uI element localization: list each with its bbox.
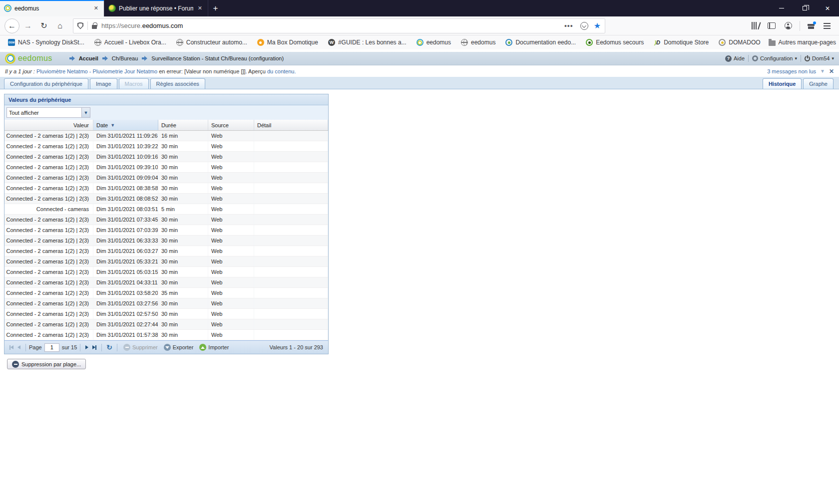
breadcrumb-item[interactable]: Ch/Bureau	[112, 55, 138, 61]
cell-date: Dim 31/01/2021 03:58:20	[93, 288, 158, 298]
table-row[interactable]: Connected - 2 cameras 1(2) | 2(3) Dim 31…	[4, 330, 328, 340]
bookmark-item[interactable]: eedomus	[457, 37, 499, 47]
next-page-button[interactable]	[85, 345, 88, 349]
user-menu[interactable]: Dom54 ▾	[805, 55, 834, 61]
eedomus-logo[interactable]: eedomus	[5, 53, 52, 64]
bookmark-item[interactable]: Ma Box Domotique	[253, 37, 322, 47]
account-icon[interactable]	[785, 22, 792, 29]
bookmark-item[interactable]: #GUIDE : Les bonnes a...	[324, 37, 411, 47]
bookmark-label: #GUIDE : Les bonnes a...	[338, 39, 407, 46]
home-button[interactable]: ⌂	[52, 18, 68, 33]
app-tab[interactable]: Règles associées	[150, 78, 205, 89]
table-row[interactable]: Connected - 2 cameras 1(2) | 2(3) Dim 31…	[4, 225, 328, 236]
lock-icon[interactable]	[92, 25, 97, 29]
table-row[interactable]: Connected - 2 cameras 1(2) | 2(3) Dim 31…	[4, 152, 328, 162]
back-button[interactable]: ←	[4, 18, 20, 33]
close-notification-icon[interactable]: ✕	[829, 68, 834, 75]
menu-hamburger-icon[interactable]	[824, 23, 831, 29]
bookmark-item[interactable]: DOMADOO	[715, 37, 764, 47]
cell-date: Dim 31/01/2021 06:33:33	[93, 236, 158, 246]
page-actions-icon[interactable]: •••	[564, 22, 573, 30]
table-row[interactable]: Connected - 2 cameras 1(2) | 2(3) Dim 31…	[4, 309, 328, 319]
cell-detail	[254, 225, 328, 235]
sort-desc-icon: ▼	[110, 123, 115, 128]
table-row[interactable]: Connected - 2 cameras 1(2) | 2(3) Dim 31…	[4, 141, 328, 152]
table-row[interactable]: Connected - 2 cameras 1(2) | 2(3) Dim 31…	[4, 298, 328, 309]
cell-detail	[254, 288, 328, 298]
browser-tab-forum[interactable]: Publier une réponse • Forum ee ✕	[104, 0, 208, 16]
column-header-valeur[interactable]: Valeur	[4, 120, 93, 130]
forward-button[interactable]: →	[20, 18, 36, 33]
table-row[interactable]: Connected - 2 cameras 1(2) | 2(3) Dim 31…	[4, 277, 328, 288]
export-button[interactable]: Exporter	[164, 344, 194, 351]
column-header-duree[interactable]: Durée	[158, 120, 208, 130]
refresh-icon[interactable]: ↻	[106, 343, 112, 351]
app-tab[interactable]: Macros	[119, 78, 149, 89]
last-page-button[interactable]	[92, 345, 96, 350]
table-row[interactable]: Connected - 2 cameras 1(2) | 2(3) Dim 31…	[4, 267, 328, 277]
cell-valeur: Connected - 2 cameras 1(2) | 2(3)	[4, 309, 93, 319]
bookmark-item[interactable]: Constructeur automo...	[172, 37, 251, 47]
table-row[interactable]: Connected - 2 cameras 1(2) | 2(3) Dim 31…	[4, 215, 328, 225]
tab-close-icon[interactable]: ✕	[196, 4, 204, 12]
tracking-shield-icon[interactable]	[77, 22, 83, 29]
range-delete-button[interactable]: Suppression par plage...	[7, 359, 86, 369]
table-row[interactable]: Connected - 2 cameras 1(2) | 2(3) Dim 31…	[4, 173, 328, 183]
column-header-detail[interactable]: Détail	[254, 120, 328, 130]
configuration-menu[interactable]: Configuration ▾	[752, 55, 797, 61]
cell-source: Web	[208, 225, 254, 235]
bookmark-item[interactable]: eedomus	[413, 37, 455, 47]
filter-combobox[interactable]: Tout afficher ▼	[6, 107, 90, 118]
table-row[interactable]: Connected - 2 cameras 1(2) | 2(3) Dim 31…	[4, 246, 328, 256]
bookmark-item[interactable]: NAS - Synology DiskSt...	[4, 37, 88, 47]
new-tab-button[interactable]: +	[208, 0, 223, 16]
import-button[interactable]: Importer	[199, 344, 229, 351]
help-menu[interactable]: ? Aide	[725, 55, 745, 62]
table-row[interactable]: Connected - 2 cameras 1(2) | 2(3) Dim 31…	[4, 256, 328, 267]
table-row[interactable]: Connected - 2 cameras 1(2) | 2(3) Dim 31…	[4, 131, 328, 141]
cell-valeur: Connected - cameras	[4, 204, 93, 214]
table-row[interactable]: Connected - 2 cameras 1(2) | 2(3) Dim 31…	[4, 162, 328, 173]
table-row[interactable]: Connected - 2 cameras 1(2) | 2(3) Dim 31…	[4, 236, 328, 246]
table-row[interactable]: Connected - 2 cameras 1(2) | 2(3) Dim 31…	[4, 288, 328, 298]
table-row[interactable]: Connected - 2 cameras 1(2) | 2(3) Dim 31…	[4, 194, 328, 204]
reload-button[interactable]: ↻	[36, 18, 52, 33]
whats-new-gift-icon[interactable]	[808, 22, 815, 29]
url-bar[interactable]: https://secure.eedomus.com ••• ★	[73, 18, 605, 33]
chevron-down-icon[interactable]: ▼	[81, 108, 90, 117]
cell-source: Web	[208, 267, 254, 277]
minimize-button[interactable]	[770, 0, 793, 16]
column-header-source[interactable]: Source	[208, 120, 254, 130]
app-tab[interactable]: Configuration du périphérique	[4, 78, 88, 89]
sidebar-icon[interactable]	[768, 22, 776, 29]
bookmark-item[interactable]: Accueil - Livebox Ora...	[90, 37, 170, 47]
notification-device-link[interactable]: Pluviomètre Netatmo - Pluviometrie Jour …	[36, 68, 157, 74]
chevron-down-icon[interactable]: ▼	[820, 68, 825, 74]
table-row[interactable]: Connected - 2 cameras 1(2) | 2(3) Dim 31…	[4, 183, 328, 194]
unread-messages-link[interactable]: 3 messages non lus	[767, 68, 816, 74]
close-button[interactable]: ✕	[816, 0, 839, 16]
other-bookmarks-button[interactable]: Autres marque-pages	[765, 37, 839, 47]
breadcrumb-item[interactable]: Surveillance Station - Statut Ch/Bureau …	[151, 55, 284, 61]
library-icon[interactable]	[752, 22, 759, 29]
app-tab[interactable]: Historique	[763, 78, 802, 89]
column-header-date[interactable]: Date▼	[93, 120, 158, 130]
browser-tab-eedomus[interactable]: eedomus ✕	[0, 0, 104, 16]
breadcrumb-item[interactable]: Accueil	[79, 55, 98, 61]
bookmark-item[interactable]: Documentation eedo...	[501, 37, 580, 47]
page-number-input[interactable]	[44, 343, 59, 352]
other-bookmarks-label: Autres marque-pages	[779, 39, 836, 46]
notification-content-link[interactable]: du contenu.	[267, 68, 296, 74]
bookmark-item[interactable]: Eedomus secours	[582, 37, 648, 47]
table-row[interactable]: Connected - 2 cameras 1(2) | 2(3) Dim 31…	[4, 319, 328, 330]
table-row[interactable]: Connected - cameras Dim 31/01/2021 08:03…	[4, 204, 328, 215]
pocket-icon[interactable]	[580, 22, 588, 30]
tab-close-icon[interactable]: ✕	[92, 4, 100, 12]
restore-button[interactable]	[793, 0, 816, 16]
bookmark-star-icon[interactable]: ★	[594, 21, 601, 30]
bookmark-item[interactable]: Domotique Store	[650, 37, 713, 47]
app-tab[interactable]: Graphe	[803, 78, 834, 89]
app-tab[interactable]: Image	[90, 78, 117, 89]
main-content: Valeurs du périphérique Tout afficher ▼ …	[0, 89, 839, 504]
browser-window: eedomus ✕ Publier une réponse • Forum ee…	[0, 0, 839, 504]
